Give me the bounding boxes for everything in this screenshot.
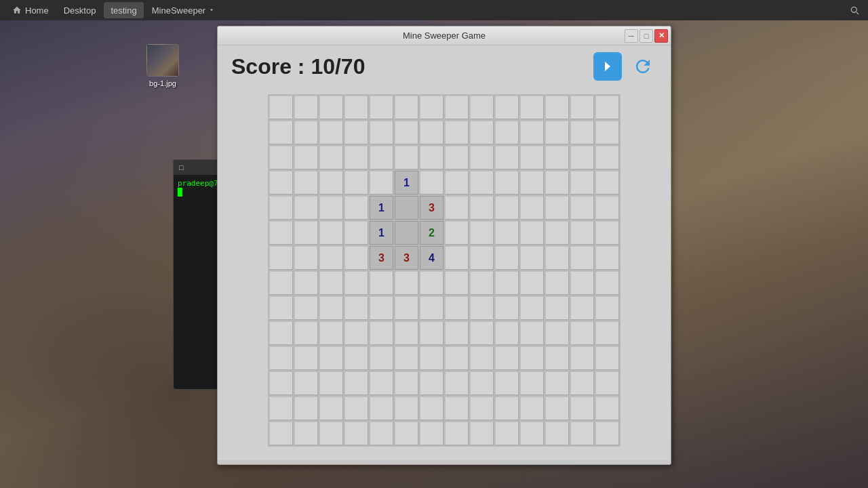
grid-cell[interactable] [269, 422, 293, 445]
grid-cell[interactable] [370, 422, 393, 445]
grid-cell[interactable] [520, 271, 544, 295]
grid-cell[interactable] [570, 196, 594, 220]
grid-cell[interactable] [470, 371, 494, 395]
grid-cell[interactable] [595, 422, 619, 445]
grid-cell[interactable] [269, 321, 293, 345]
grid-cell[interactable] [545, 196, 569, 220]
grid-cell[interactable] [520, 371, 544, 395]
grid-cell[interactable] [495, 346, 519, 370]
grid-cell[interactable] [370, 396, 393, 420]
grid-cell[interactable] [370, 121, 393, 144]
grid-cell[interactable] [570, 346, 594, 370]
grid-cell[interactable] [495, 296, 519, 320]
grid-cell[interactable] [495, 371, 519, 395]
grid-cell[interactable] [319, 221, 343, 245]
grid-cell[interactable] [269, 221, 293, 245]
grid-cell[interactable] [344, 246, 368, 270]
grid-cell[interactable] [319, 196, 343, 220]
grid-cell[interactable] [269, 371, 293, 395]
grid-cell[interactable]: 2 [420, 221, 443, 245]
grid-cell[interactable] [370, 296, 393, 320]
grid-cell[interactable] [545, 321, 569, 345]
grid-cell[interactable] [520, 396, 544, 420]
grid-cell[interactable] [595, 371, 619, 395]
grid-cell[interactable] [269, 96, 293, 119]
grid-cell[interactable] [445, 371, 469, 395]
grid-cell[interactable] [445, 271, 469, 295]
grid-cell[interactable] [395, 422, 418, 445]
grid-cell[interactable] [395, 346, 418, 370]
grid-cell[interactable] [445, 96, 469, 119]
grid-cell[interactable] [294, 422, 318, 445]
grid-cell[interactable] [520, 422, 544, 445]
grid-cell[interactable] [570, 371, 594, 395]
grid-cell[interactable] [344, 196, 368, 220]
grid-cell[interactable] [269, 246, 293, 270]
grid-cell[interactable] [545, 121, 569, 144]
grid-cell[interactable] [470, 321, 494, 345]
grid-cell[interactable] [520, 246, 544, 270]
grid-cell[interactable] [370, 271, 393, 295]
taskbar-home[interactable]: Home [5, 2, 56, 18]
grid-cell[interactable] [344, 346, 368, 370]
grid-cell[interactable] [470, 146, 494, 169]
grid-cell[interactable] [520, 221, 544, 245]
grid-cell[interactable] [344, 121, 368, 144]
grid-cell[interactable] [545, 271, 569, 295]
grid-cell[interactable] [395, 321, 418, 345]
grid-cell[interactable] [294, 371, 318, 395]
grid-cell[interactable] [294, 96, 318, 119]
grid-cell[interactable] [420, 271, 443, 295]
grid-cell[interactable] [319, 271, 343, 295]
grid-cell[interactable] [269, 271, 293, 295]
grid-cell[interactable] [570, 296, 594, 320]
grid-cell[interactable] [445, 196, 469, 220]
grid-cell[interactable] [520, 321, 544, 345]
maximize-button[interactable]: □ [639, 29, 653, 43]
grid-cell[interactable] [294, 121, 318, 144]
grid-cell[interactable] [269, 146, 293, 169]
grid-cell[interactable] [344, 171, 368, 195]
grid-cell[interactable] [269, 171, 293, 195]
next-button[interactable] [593, 52, 622, 81]
grid-cell[interactable] [495, 146, 519, 169]
grid-cell[interactable] [294, 396, 318, 420]
grid-cell[interactable] [370, 171, 393, 195]
grid-cell[interactable] [595, 221, 619, 245]
grid-cell[interactable] [445, 296, 469, 320]
grid-cell[interactable] [269, 296, 293, 320]
grid-cell[interactable] [445, 221, 469, 245]
grid-cell[interactable] [470, 196, 494, 220]
grid-cell[interactable] [269, 121, 293, 144]
grid-cell[interactable] [520, 196, 544, 220]
grid-cell[interactable] [319, 121, 343, 144]
grid-cell[interactable] [495, 171, 519, 195]
grid-cell[interactable] [294, 171, 318, 195]
desktop-icon-bg1[interactable]: bg-1.jpg [136, 44, 190, 87]
grid-cell[interactable] [319, 346, 343, 370]
grid-cell[interactable] [395, 96, 418, 119]
grid-cell[interactable] [420, 146, 443, 169]
grid-cell[interactable] [495, 96, 519, 119]
grid-cell[interactable] [395, 396, 418, 420]
grid-cell[interactable] [470, 221, 494, 245]
grid-cell[interactable] [545, 396, 569, 420]
grid-cell[interactable] [495, 121, 519, 144]
grid-cell[interactable] [495, 196, 519, 220]
grid-cell[interactable] [495, 321, 519, 345]
grid-cell[interactable] [495, 271, 519, 295]
grid-cell[interactable] [319, 396, 343, 420]
grid-cell[interactable] [420, 96, 443, 119]
grid-cell[interactable] [319, 371, 343, 395]
grid-cell[interactable] [595, 271, 619, 295]
grid-cell[interactable] [294, 271, 318, 295]
grid-cell[interactable] [470, 296, 494, 320]
grid-cell[interactable] [470, 171, 494, 195]
grid-cell[interactable] [294, 296, 318, 320]
grid-cell[interactable]: 3 [370, 246, 393, 270]
grid-cell[interactable] [470, 246, 494, 270]
grid-cell[interactable]: 3 [420, 196, 443, 220]
grid-cell[interactable] [294, 221, 318, 245]
grid-cell[interactable] [420, 396, 443, 420]
grid-cell[interactable] [294, 196, 318, 220]
